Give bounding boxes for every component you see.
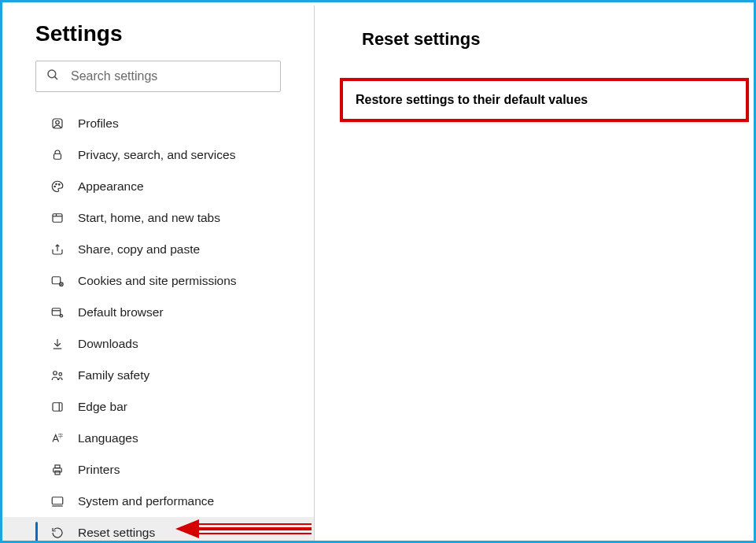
sidebar-item-label: Languages xyxy=(78,431,138,445)
main-content: Reset settings Restore settings to their… xyxy=(315,2,754,541)
svg-point-7 xyxy=(59,184,61,186)
search-icon xyxy=(46,68,60,85)
annotation-highlight: Restore settings to their default values xyxy=(340,78,749,122)
reset-settings-card: Restore settings to their default values xyxy=(340,78,749,122)
search-settings-field[interactable] xyxy=(35,61,281,92)
svg-text:字: 字 xyxy=(58,433,63,438)
svg-rect-14 xyxy=(52,308,61,316)
svg-point-20 xyxy=(59,373,62,376)
sidebar-item-appearance[interactable]: Appearance xyxy=(2,171,314,202)
svg-point-3 xyxy=(56,120,60,124)
sidebar-item-reset-settings[interactable]: Reset settings xyxy=(2,517,314,543)
search-input[interactable] xyxy=(71,69,271,83)
sidebar-item-label: Edge bar xyxy=(78,400,127,414)
edge-bar-icon xyxy=(50,399,65,415)
cookies-icon xyxy=(50,273,65,289)
svg-rect-8 xyxy=(53,214,62,223)
sidebar-item-default-browser[interactable]: Default browser xyxy=(2,297,314,328)
page-title: Reset settings xyxy=(337,29,754,50)
sidebar-title: Settings xyxy=(2,21,314,61)
svg-rect-21 xyxy=(53,403,62,412)
sidebar-item-profiles[interactable]: Profiles xyxy=(2,108,314,139)
svg-rect-28 xyxy=(52,497,63,504)
sidebar-item-languages[interactable]: 字 Languages xyxy=(2,423,314,454)
sidebar-item-label: Default browser xyxy=(78,305,164,320)
sidebar-item-label: Downloads xyxy=(78,337,138,351)
svg-point-0 xyxy=(48,70,56,78)
svg-point-19 xyxy=(53,371,57,375)
sidebar-item-label: Privacy, search, and services xyxy=(78,148,235,162)
sidebar-nav: Profiles Privacy, search, and services A… xyxy=(2,103,314,543)
sidebar-item-label: Share, copy and paste xyxy=(78,242,200,257)
profiles-icon xyxy=(50,116,65,131)
system-icon xyxy=(50,493,65,509)
sidebar-item-share-copy-paste[interactable]: Share, copy and paste xyxy=(2,234,314,265)
browser-icon xyxy=(50,305,65,320)
sidebar-item-label: Appearance xyxy=(78,179,144,194)
share-icon xyxy=(50,242,65,257)
svg-rect-4 xyxy=(54,154,61,160)
sidebar-item-label: Printers xyxy=(78,463,120,477)
svg-point-6 xyxy=(56,183,57,185)
download-icon xyxy=(50,336,65,352)
sidebar-item-label: Start, home, and new tabs xyxy=(78,211,220,225)
sidebar-item-label: Profiles xyxy=(78,116,119,131)
sidebar-item-family-safety[interactable]: Family safety xyxy=(2,360,314,391)
reset-icon xyxy=(50,525,65,541)
sidebar-item-cookies[interactable]: Cookies and site permissions xyxy=(2,265,314,297)
sidebar-item-label: Cookies and site permissions xyxy=(78,274,237,288)
sidebar-item-label: Reset settings xyxy=(78,526,155,540)
sidebar-item-label: System and performance xyxy=(78,494,214,508)
lock-icon xyxy=(50,147,65,163)
restore-defaults-button[interactable]: Restore settings to their default values xyxy=(343,81,746,119)
palette-icon xyxy=(50,179,65,194)
sidebar-item-printers[interactable]: Printers xyxy=(2,454,314,486)
svg-point-5 xyxy=(54,186,56,187)
sidebar-item-system[interactable]: System and performance xyxy=(2,486,314,517)
svg-rect-26 xyxy=(55,465,60,468)
svg-line-1 xyxy=(54,76,57,79)
sidebar-item-start-home-tabs[interactable]: Start, home, and new tabs xyxy=(2,202,314,234)
languages-icon: 字 xyxy=(50,430,65,446)
sidebar-item-label: Family safety xyxy=(78,368,149,382)
tabs-icon xyxy=(50,210,65,226)
svg-rect-12 xyxy=(52,277,61,284)
svg-rect-25 xyxy=(53,468,62,472)
settings-sidebar: Settings Profiles Pr xyxy=(2,2,314,541)
sidebar-item-privacy[interactable]: Privacy, search, and services xyxy=(2,139,314,171)
family-icon xyxy=(50,368,65,383)
sidebar-item-edge-bar[interactable]: Edge bar xyxy=(2,391,314,423)
svg-rect-27 xyxy=(55,471,60,475)
sidebar-item-downloads[interactable]: Downloads xyxy=(2,328,314,360)
printer-icon xyxy=(50,462,65,478)
